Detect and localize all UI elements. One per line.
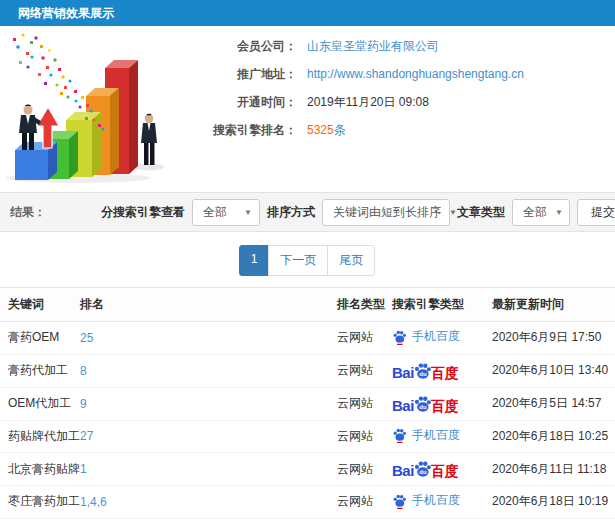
mobile-baidu-label: 手机百度 [412,427,460,444]
updated-time-cell: 2020年6月11日 11:18 [492,453,615,486]
rank-cell: 27 [80,420,337,453]
rank-link[interactable]: 1 [80,462,87,476]
mobile-baidu-label: 手机百度 [412,328,460,345]
updated-time-cell: 2020年6月5日 14:57 [492,387,615,420]
baidu-logo-cn-text: 百度 [431,366,459,380]
rank-type-cell: 云网站 [337,322,392,355]
rank-link[interactable]: 9 [80,397,87,411]
keyword-cell: 北京膏药贴牌 [0,453,80,486]
table-row: 北京膏药贴牌1云网站 Bai du 百度 2020年6月11日 11:18 [0,453,615,486]
header-rank-type: 排名类型 [337,288,392,322]
chevron-down-icon: ▼ [449,208,457,217]
header-keyword: 关键词 [0,288,80,322]
member-company-label: 会员公司： [193,38,297,55]
header-engine-type: 搜索引擎类型 [392,288,492,322]
table-row: OEM代加工9云网站 Bai du 百度 2020年6月5日 14:57 [0,387,615,420]
filter-controls: 分搜索引擎查看 全部 ▼ 排序方式 关键词由短到长排序 ▼ 文章类型 全部 ▼ … [101,199,615,226]
baidu-paw-icon: du [413,394,432,413]
keyword-cell: OEM代加工 [0,387,80,420]
mobile-baidu-logo: 手机百度 [392,328,460,345]
submit-button[interactable]: 提交 [577,199,615,226]
member-company-link[interactable]: 山东皇圣堂药业有限公司 [307,38,439,55]
filter-bar: 结果： 分搜索引擎查看 全部 ▼ 排序方式 关键词由短到长排序 ▼ 文章类型 全… [0,192,615,232]
engine-type-cell: 手机百度 [392,486,492,519]
baidu-logo-cn-text: 百度 [431,464,459,478]
baidu-logo-bai-text: Bai [392,398,414,413]
rank-type-cell: 云网站 [337,387,392,420]
rank-type-cell: 云网站 [337,486,392,519]
table-row: 膏药OEM25云网站 手机百度 2020年6月9日 17:50 [0,322,615,355]
baidu-paw-icon: du [413,361,432,380]
rank-cell: 1 [80,453,337,486]
open-time-label: 开通时间： [193,94,297,111]
table-header-row: 关键词 排名 排名类型 搜索引擎类型 最新更新时间 [0,288,615,322]
businessman-right [141,114,157,165]
baidu-logo-bai-text: Bai [392,463,414,478]
keyword-cell: 枣庄膏药加工 [0,486,80,519]
article-type-filter-select[interactable]: 全部 ▼ [512,199,570,226]
page-title: 网络营销效果展示 [0,0,615,26]
pagination: 1 下一页 尾页 [0,245,615,276]
keyword-ranking-table: 关键词 排名 排名类型 搜索引擎类型 最新更新时间 膏药OEM25云网站 手机百… [0,287,615,520]
engine-filter-label: 分搜索引擎查看 [101,204,185,221]
field-seo-rank-count: 搜索引擎排名： 5325条 [193,116,615,144]
baidu-logo-bai-text: Bai [392,365,414,380]
engine-type-cell: 手机百度 [392,322,492,355]
promo-url-link[interactable]: http://www.shandonghuangshengtang.cn [307,67,524,81]
baidu-paw-icon [392,427,407,443]
updated-time-cell: 2020年6月9日 17:50 [492,322,615,355]
field-member-company: 会员公司： 山东皇圣堂药业有限公司 [193,32,615,60]
rank-link[interactable]: 25 [80,331,93,345]
result-label: 结果： [10,204,46,221]
baidu-logo: Bai du 百度 [392,361,459,380]
rank-link[interactable]: 27 [80,429,93,443]
table-row: 药贴牌代加工27云网站 手机百度 2020年6月18日 10:25 [0,420,615,453]
sort-filter-select[interactable]: 关键词由短到长排序 ▼ [322,199,450,226]
baidu-paw-icon [392,329,407,345]
sort-filter-label: 排序方式 [267,204,315,221]
rank-cell: 1,4,6 [80,486,337,519]
updated-time-cell: 2020年6月10日 13:40 [492,354,615,387]
seo-rank-count-value: 5325条 [307,122,346,139]
pagination-last-button[interactable]: 尾页 [327,245,375,276]
article-type-filter-label: 文章类型 [457,204,505,221]
company-info-fields: 会员公司： 山东皇圣堂药业有限公司 推广地址： http://www.shand… [193,26,615,144]
header-updated: 最新更新时间 [492,288,615,322]
pagination-next-button[interactable]: 下一页 [268,245,328,276]
sort-filter-value: 关键词由短到长排序 [333,204,441,221]
baidu-logo: Bai du 百度 [392,394,459,413]
table-row: 膏药代加工8云网站 Bai du 百度 2020年6月10日 13:40 [0,354,615,387]
article-type-filter-value: 全部 [523,204,547,221]
rank-link[interactable]: 8 [80,364,87,378]
rank-type-cell: 云网站 [337,420,392,453]
chevron-down-icon: ▼ [555,208,563,217]
pagination-page-1[interactable]: 1 [239,245,270,276]
seo-rank-count-label: 搜索引擎排名： [193,122,297,139]
company-info-panel: 会员公司： 山东皇圣堂药业有限公司 推广地址： http://www.shand… [0,26,615,192]
seo-rank-count-unit: 条 [334,123,346,137]
rank-link[interactable]: 1,4,6 [80,495,107,509]
mobile-baidu-logo: 手机百度 [392,427,460,444]
baidu-logo-du-text: du [419,371,427,377]
mobile-baidu-label: 手机百度 [412,492,460,509]
updated-time-cell: 2020年6月18日 10:19 [492,486,615,519]
engine-type-cell: Bai du 百度 [392,354,492,387]
baidu-logo: Bai du 百度 [392,459,459,478]
table-row: 枣庄膏药加工1,4,6云网站 手机百度 2020年6月18日 10:19 [0,486,615,519]
keyword-cell: 药贴牌代加工 [0,420,80,453]
field-open-time: 开通时间： 2019年11月20日 09:08 [193,88,615,116]
field-promo-url: 推广地址： http://www.shandonghuangshengtang.… [193,60,615,88]
chevron-down-icon: ▼ [244,208,252,217]
engine-type-cell: Bai du 百度 [392,453,492,486]
updated-time-cell: 2020年6月18日 10:25 [492,420,615,453]
rank-cell: 9 [80,387,337,420]
engine-filter-value: 全部 [203,204,227,221]
engine-type-cell: 手机百度 [392,420,492,453]
baidu-paw-icon: du [413,459,432,478]
baidu-logo-cn-text: 百度 [431,399,459,413]
engine-filter-select[interactable]: 全部 ▼ [192,199,260,226]
engine-type-cell: Bai du 百度 [392,387,492,420]
marketing-growth-chart-illustration [2,30,187,186]
mobile-baidu-logo: 手机百度 [392,492,460,509]
open-time-value: 2019年11月20日 09:08 [307,94,429,111]
